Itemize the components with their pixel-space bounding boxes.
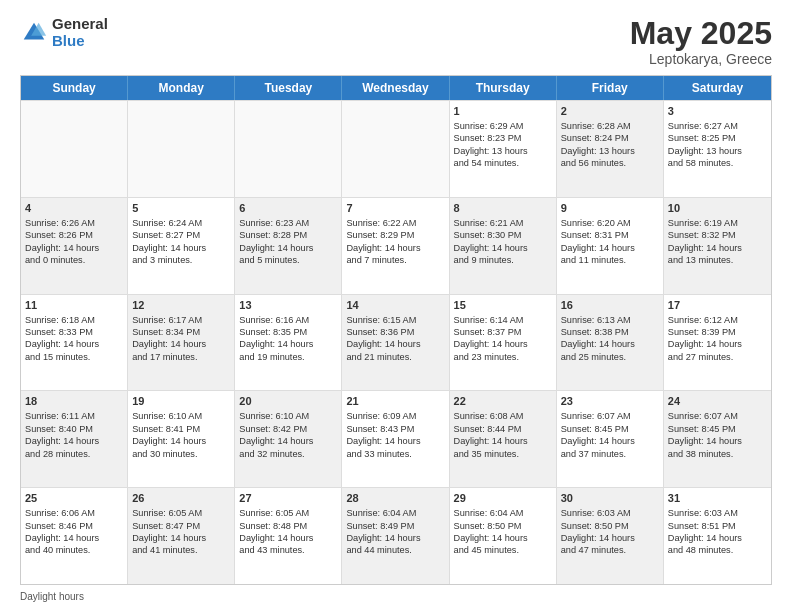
day-info-line: Sunrise: 6:18 AM xyxy=(25,314,123,326)
day-cell-8: 8Sunrise: 6:21 AMSunset: 8:30 PMDaylight… xyxy=(450,198,557,294)
logo: General Blue xyxy=(20,16,108,49)
day-info-line: Sunset: 8:38 PM xyxy=(561,326,659,338)
day-cell-4: 4Sunrise: 6:26 AMSunset: 8:26 PMDaylight… xyxy=(21,198,128,294)
day-info-line: and 43 minutes. xyxy=(239,544,337,556)
day-info-line: and 23 minutes. xyxy=(454,351,552,363)
day-number: 22 xyxy=(454,394,552,409)
day-number: 14 xyxy=(346,298,444,313)
day-info-line: and 30 minutes. xyxy=(132,448,230,460)
day-info-line: and 28 minutes. xyxy=(25,448,123,460)
day-info-line: Sunset: 8:26 PM xyxy=(25,229,123,241)
calendar-row-4: 25Sunrise: 6:06 AMSunset: 8:46 PMDayligh… xyxy=(21,487,771,584)
day-info-line: Sunset: 8:28 PM xyxy=(239,229,337,241)
day-info-line: Sunrise: 6:04 AM xyxy=(454,507,552,519)
day-info-line: Sunrise: 6:14 AM xyxy=(454,314,552,326)
day-info-line: Daylight: 14 hours xyxy=(561,338,659,350)
day-info-line: Daylight: 14 hours xyxy=(346,242,444,254)
empty-cell-0-2 xyxy=(235,101,342,197)
day-number: 7 xyxy=(346,201,444,216)
day-info-line: and 41 minutes. xyxy=(132,544,230,556)
calendar-row-0: 1Sunrise: 6:29 AMSunset: 8:23 PMDaylight… xyxy=(21,100,771,197)
day-cell-9: 9Sunrise: 6:20 AMSunset: 8:31 PMDaylight… xyxy=(557,198,664,294)
logo-general: General xyxy=(52,16,108,33)
day-info-line: Sunrise: 6:05 AM xyxy=(132,507,230,519)
day-info-line: Sunset: 8:30 PM xyxy=(454,229,552,241)
day-info-line: Sunset: 8:37 PM xyxy=(454,326,552,338)
day-info-line: Daylight: 14 hours xyxy=(454,532,552,544)
day-number: 21 xyxy=(346,394,444,409)
day-info-line: Sunrise: 6:26 AM xyxy=(25,217,123,229)
day-info-line: and 21 minutes. xyxy=(346,351,444,363)
weekday-header-wednesday: Wednesday xyxy=(342,76,449,100)
day-number: 27 xyxy=(239,491,337,506)
day-info-line: Daylight: 14 hours xyxy=(668,532,767,544)
day-info-line: Sunset: 8:44 PM xyxy=(454,423,552,435)
day-number: 31 xyxy=(668,491,767,506)
calendar-title: May 2025 xyxy=(630,16,772,51)
day-info-line: Sunrise: 6:24 AM xyxy=(132,217,230,229)
day-info-line: and 11 minutes. xyxy=(561,254,659,266)
day-cell-28: 28Sunrise: 6:04 AMSunset: 8:49 PMDayligh… xyxy=(342,488,449,584)
day-cell-24: 24Sunrise: 6:07 AMSunset: 8:45 PMDayligh… xyxy=(664,391,771,487)
day-number: 30 xyxy=(561,491,659,506)
day-cell-27: 27Sunrise: 6:05 AMSunset: 8:48 PMDayligh… xyxy=(235,488,342,584)
day-info-line: Sunset: 8:45 PM xyxy=(668,423,767,435)
day-info-line: Daylight: 14 hours xyxy=(25,338,123,350)
day-info-line: and 37 minutes. xyxy=(561,448,659,460)
day-info-line: Daylight: 14 hours xyxy=(132,435,230,447)
day-info-line: and 25 minutes. xyxy=(561,351,659,363)
day-info-line: Sunset: 8:35 PM xyxy=(239,326,337,338)
day-info-line: and 19 minutes. xyxy=(239,351,337,363)
day-info-line: Sunrise: 6:27 AM xyxy=(668,120,767,132)
day-info-line: Sunset: 8:34 PM xyxy=(132,326,230,338)
calendar-row-3: 18Sunrise: 6:11 AMSunset: 8:40 PMDayligh… xyxy=(21,390,771,487)
day-number: 28 xyxy=(346,491,444,506)
day-cell-16: 16Sunrise: 6:13 AMSunset: 8:38 PMDayligh… xyxy=(557,295,664,391)
day-info-line: Sunset: 8:39 PM xyxy=(668,326,767,338)
day-number: 5 xyxy=(132,201,230,216)
day-info-line: Sunset: 8:48 PM xyxy=(239,520,337,532)
day-number: 20 xyxy=(239,394,337,409)
day-info-line: Daylight: 14 hours xyxy=(561,532,659,544)
day-info-line: Sunrise: 6:03 AM xyxy=(668,507,767,519)
day-info-line: Daylight: 14 hours xyxy=(132,242,230,254)
day-cell-25: 25Sunrise: 6:06 AMSunset: 8:46 PMDayligh… xyxy=(21,488,128,584)
day-cell-12: 12Sunrise: 6:17 AMSunset: 8:34 PMDayligh… xyxy=(128,295,235,391)
day-info-line: Sunset: 8:46 PM xyxy=(25,520,123,532)
day-info-line: and 7 minutes. xyxy=(346,254,444,266)
day-cell-20: 20Sunrise: 6:10 AMSunset: 8:42 PMDayligh… xyxy=(235,391,342,487)
day-info-line: Daylight: 14 hours xyxy=(239,242,337,254)
day-info-line: Daylight: 14 hours xyxy=(25,435,123,447)
day-info-line: Sunrise: 6:09 AM xyxy=(346,410,444,422)
day-info-line: Daylight: 13 hours xyxy=(668,145,767,157)
day-info-line: Sunset: 8:36 PM xyxy=(346,326,444,338)
day-info-line: Daylight: 14 hours xyxy=(561,242,659,254)
empty-cell-0-0 xyxy=(21,101,128,197)
title-block: May 2025 Leptokarya, Greece xyxy=(630,16,772,67)
day-number: 10 xyxy=(668,201,767,216)
day-info-line: and 3 minutes. xyxy=(132,254,230,266)
day-number: 29 xyxy=(454,491,552,506)
day-info-line: Sunrise: 6:29 AM xyxy=(454,120,552,132)
day-cell-1: 1Sunrise: 6:29 AMSunset: 8:23 PMDaylight… xyxy=(450,101,557,197)
day-info-line: and 5 minutes. xyxy=(239,254,337,266)
day-info-line: Daylight: 14 hours xyxy=(346,532,444,544)
day-info-line: Sunrise: 6:05 AM xyxy=(239,507,337,519)
day-number: 13 xyxy=(239,298,337,313)
day-info-line: Daylight: 14 hours xyxy=(25,532,123,544)
weekday-header-thursday: Thursday xyxy=(450,76,557,100)
day-number: 3 xyxy=(668,104,767,119)
day-info-line: Sunrise: 6:17 AM xyxy=(132,314,230,326)
day-cell-6: 6Sunrise: 6:23 AMSunset: 8:28 PMDaylight… xyxy=(235,198,342,294)
day-info-line: Daylight: 14 hours xyxy=(132,338,230,350)
day-info-line: Sunrise: 6:15 AM xyxy=(346,314,444,326)
day-info-line: and 45 minutes. xyxy=(454,544,552,556)
day-info-line: and 27 minutes. xyxy=(668,351,767,363)
calendar-header: SundayMondayTuesdayWednesdayThursdayFrid… xyxy=(21,76,771,100)
day-number: 9 xyxy=(561,201,659,216)
page: General Blue May 2025 Leptokarya, Greece… xyxy=(0,0,792,612)
day-cell-26: 26Sunrise: 6:05 AMSunset: 8:47 PMDayligh… xyxy=(128,488,235,584)
day-info-line: Sunset: 8:43 PM xyxy=(346,423,444,435)
day-number: 24 xyxy=(668,394,767,409)
day-info-line: Sunset: 8:49 PM xyxy=(346,520,444,532)
